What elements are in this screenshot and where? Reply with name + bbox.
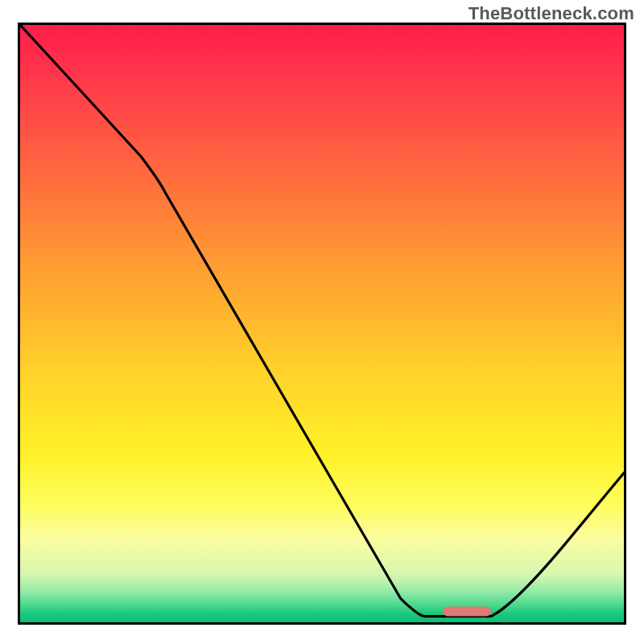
chart-container: TheBottleneck.com: [0, 0, 644, 644]
bottleneck-curve-path: [20, 25, 624, 617]
optimal-marker: [443, 607, 491, 617]
plot-area: [18, 23, 626, 625]
watermark-text: TheBottleneck.com: [469, 3, 634, 24]
curve-layer: [20, 25, 624, 622]
